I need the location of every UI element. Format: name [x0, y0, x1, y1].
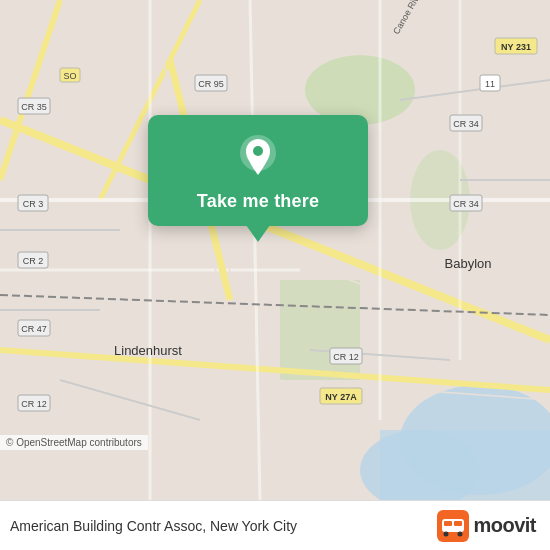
svg-rect-3: [380, 430, 550, 500]
svg-text:CR 12: CR 12: [21, 399, 47, 409]
svg-text:NY 231: NY 231: [501, 42, 531, 52]
moovit-brand-label: moovit: [473, 514, 536, 537]
map-container: CR 35 SO CR 3 CR 2 CR 47 CR 12 CR 95 NY …: [0, 0, 550, 500]
copyright-text: © OpenStreetMap contributors: [6, 437, 142, 448]
copyright-strip: © OpenStreetMap contributors: [0, 435, 148, 450]
svg-text:CR 2: CR 2: [23, 256, 44, 266]
svg-text:CR 3: CR 3: [23, 199, 44, 209]
popup-card[interactable]: Take me there: [148, 115, 368, 226]
cr35-label: CR 35: [21, 102, 47, 112]
svg-text:SO: SO: [63, 71, 76, 81]
svg-rect-65: [444, 521, 452, 526]
svg-text:Lindenhurst: Lindenhurst: [114, 343, 182, 358]
svg-text:CR 47: CR 47: [21, 324, 47, 334]
svg-text:Babylon: Babylon: [445, 256, 492, 271]
svg-text:NY 27A: NY 27A: [325, 392, 357, 402]
location-label: American Building Contr Assoc, New York …: [10, 518, 297, 534]
svg-point-68: [458, 531, 463, 536]
svg-text:11: 11: [485, 79, 495, 89]
svg-text:CR 34: CR 34: [453, 119, 479, 129]
svg-text:CR 95: CR 95: [198, 79, 224, 89]
bottom-bar: American Building Contr Assoc, New York …: [0, 500, 550, 550]
moovit-bus-icon: [437, 510, 469, 542]
take-me-there-button[interactable]: Take me there: [197, 191, 319, 212]
svg-point-62: [253, 146, 263, 156]
location-pin-icon: [234, 133, 282, 181]
moovit-logo: moovit: [437, 510, 536, 542]
svg-rect-5: [280, 280, 360, 380]
svg-text:CR 34: CR 34: [453, 199, 479, 209]
svg-point-67: [444, 531, 449, 536]
svg-rect-66: [454, 521, 462, 526]
svg-text:CR 12: CR 12: [333, 352, 359, 362]
